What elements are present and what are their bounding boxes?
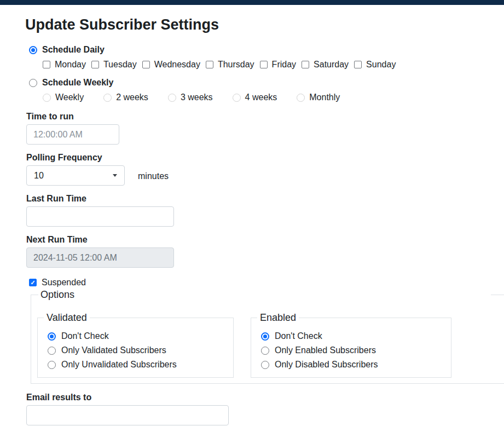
chevron-down-icon <box>113 174 117 177</box>
schedule-daily-radio[interactable] <box>29 46 37 54</box>
schedule-weekly-row[interactable]: Schedule Weekly <box>29 78 504 88</box>
suspended-row[interactable]: Suspended <box>29 278 504 287</box>
interval-label: 3 weeks <box>181 93 213 102</box>
validated-fieldset: Validated Don't Check Only Validated Sub… <box>37 312 234 378</box>
interval-label: Weekly <box>55 93 84 102</box>
time-to-run-input[interactable]: 12:00:00 AM <box>26 124 119 145</box>
interval-radio-option[interactable]: Weekly <box>43 93 84 102</box>
radio-icon[interactable] <box>48 361 56 369</box>
day-checkbox-option[interactable]: Thursday <box>206 60 254 70</box>
email-results-label: Email results to <box>26 393 504 402</box>
enabled-option-only-disabled[interactable]: Only Disabled Subscribers <box>261 360 451 370</box>
checkbox-icon[interactable] <box>91 61 99 68</box>
checkbox-icon[interactable] <box>354 61 362 68</box>
radio-option-label: Don't Check <box>275 331 322 341</box>
radio-icon[interactable] <box>48 332 56 341</box>
interval-label: 2 weeks <box>116 93 148 102</box>
radio-icon[interactable] <box>261 361 269 369</box>
time-to-run-value: 12:00:00 AM <box>33 130 83 140</box>
radio-option-label: Don't Check <box>61 331 109 341</box>
day-checkbox-option[interactable]: Saturday <box>302 60 349 70</box>
checkbox-icon[interactable] <box>260 61 268 68</box>
last-run-time-input[interactable] <box>26 206 174 227</box>
enabled-option-only-enabled[interactable]: Only Enabled Subscribers <box>261 345 451 355</box>
polling-frequency-value: 10 <box>34 171 44 181</box>
interval-radio-option[interactable]: 2 weeks <box>103 93 148 102</box>
validated-option-only-validated[interactable]: Only Validated Subscribers <box>48 345 233 355</box>
day-label: Friday <box>272 60 296 70</box>
radio-icon[interactable] <box>261 347 269 355</box>
schedule-weekly-label: Schedule Weekly <box>42 78 113 88</box>
page-title: Update Subscriber Settings <box>25 16 504 33</box>
day-checkbox-option[interactable]: Sunday <box>354 60 396 70</box>
radio-icon[interactable] <box>48 347 56 355</box>
polling-frequency-label: Polling Frequency <box>26 153 504 163</box>
day-checkbox-option[interactable]: Tuesday <box>91 60 137 70</box>
day-label: Monday <box>55 60 86 70</box>
suspended-checkbox[interactable] <box>29 279 37 286</box>
settings-form: Update Subscriber Settings Schedule Dail… <box>0 5 504 432</box>
options-fieldset: Options Validated Don't Check Only Valid… <box>31 289 504 384</box>
radio-icon[interactable] <box>297 94 305 102</box>
radio-option-label: Only Enabled Subscribers <box>275 345 376 355</box>
validated-legend: Validated <box>44 312 90 324</box>
schedule-weekly-radio[interactable] <box>29 79 37 87</box>
next-run-time-label: Next Run Time <box>26 235 504 245</box>
day-label: Tuesday <box>103 60 137 70</box>
enabled-option-dont-check[interactable]: Don't Check <box>261 331 451 341</box>
radio-icon[interactable] <box>233 94 241 102</box>
radio-option-label: Only Validated Subscribers <box>61 345 166 355</box>
time-to-run-label: Time to run <box>26 112 504 122</box>
interval-radio-option[interactable]: 3 weeks <box>168 93 213 102</box>
radio-icon[interactable] <box>43 94 51 102</box>
schedule-daily-label: Schedule Daily <box>42 45 105 55</box>
day-label: Thursday <box>218 60 254 70</box>
interval-label: Monthly <box>309 93 340 102</box>
radio-icon[interactable] <box>261 332 269 341</box>
options-legend: Options <box>38 289 491 301</box>
schedule-daily-row[interactable]: Schedule Daily <box>29 45 504 55</box>
day-label: Sunday <box>366 60 396 70</box>
day-label: Wednesday <box>154 60 200 70</box>
polling-frequency-select[interactable]: 10 <box>26 165 125 186</box>
next-run-time-input: 2024-11-05 12:00 AM <box>26 247 174 268</box>
radio-option-label: Only Unvalidated Subscribers <box>61 360 177 370</box>
daily-days-row: Monday Tuesday Wednesday Thursday Friday <box>43 60 504 70</box>
radio-icon[interactable] <box>103 94 112 102</box>
validated-option-dont-check[interactable]: Don't Check <box>48 331 233 341</box>
checkbox-icon[interactable] <box>206 61 213 68</box>
interval-radio-option[interactable]: Monthly <box>297 93 340 102</box>
next-run-time-value: 2024-11-05 12:00 AM <box>33 253 117 263</box>
enabled-fieldset: Enabled Don't Check Only Enabled Subscri… <box>251 312 451 378</box>
day-checkbox-option[interactable]: Monday <box>43 60 86 70</box>
checkbox-icon[interactable] <box>142 61 150 68</box>
interval-radio-option[interactable]: 4 weeks <box>233 93 277 102</box>
day-checkbox-option[interactable]: Wednesday <box>142 60 200 70</box>
email-results-input[interactable] <box>26 405 229 425</box>
suspended-label: Suspended <box>42 278 86 287</box>
enabled-legend: Enabled <box>257 312 299 324</box>
day-label: Saturday <box>314 60 349 70</box>
weekly-intervals-row: Weekly 2 weeks 3 weeks 4 weeks Monthly <box>43 93 504 102</box>
top-navbar <box>0 0 504 5</box>
polling-frequency-unit: minutes <box>138 171 169 181</box>
last-run-time-label: Last Run Time <box>26 194 504 204</box>
radio-icon[interactable] <box>168 94 176 102</box>
interval-label: 4 weeks <box>245 93 277 102</box>
radio-option-label: Only Disabled Subscribers <box>275 360 378 370</box>
checkbox-icon[interactable] <box>43 61 50 68</box>
validated-option-only-unvalidated[interactable]: Only Unvalidated Subscribers <box>48 360 233 370</box>
day-checkbox-option[interactable]: Friday <box>260 60 296 70</box>
checkbox-icon[interactable] <box>302 61 309 68</box>
